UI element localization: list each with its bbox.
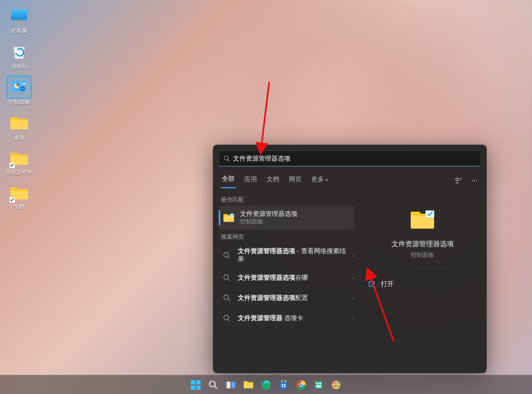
svg-point-28 (210, 381, 215, 387)
results-column: 最佳匹配 文件资源管理器选项 控制面板 搜索网页 (213, 188, 359, 373)
search-icon (221, 312, 232, 324)
svg-rect-27 (196, 385, 201, 390)
tab-apps[interactable]: 应用 (243, 173, 258, 188)
chevron-down-icon: ▾ (326, 178, 328, 182)
account-icon[interactable] (454, 177, 463, 185)
tab-more-label: 更多 (311, 176, 324, 182)
open-icon (368, 281, 376, 288)
desktop-icon-label: 文档 (14, 204, 24, 209)
svg-rect-2 (16, 21, 22, 22)
folder-options-icon (410, 209, 435, 232)
svg-line-13 (228, 257, 230, 259)
svg-rect-26 (191, 385, 195, 390)
best-match-result[interactable]: 文件资源管理器选项 控制面板 (219, 206, 354, 230)
svg-rect-37 (284, 385, 286, 387)
svg-line-19 (228, 320, 230, 322)
web-result-title: 文件资源管理器 选项卡 (238, 314, 347, 322)
search-icon (221, 249, 232, 261)
search-tabs: 全部 应用 文档 网页 更多 ▾ ⋯ (213, 173, 486, 188)
start-search-panel: 全部 应用 文档 网页 更多 ▾ ⋯ 最佳匹配 (213, 145, 487, 373)
best-match-label: 最佳匹配 (217, 192, 359, 206)
svg-point-46 (334, 382, 335, 383)
chevron-right-icon: › (353, 275, 354, 281)
svg-rect-3 (14, 22, 24, 23)
folder-options-icon (223, 212, 235, 224)
tab-more[interactable]: 更多 ▾ (310, 173, 329, 188)
svg-rect-43 (319, 382, 321, 384)
divider (372, 269, 473, 269)
svg-rect-41 (315, 381, 322, 388)
svg-line-15 (228, 279, 230, 281)
svg-line-17 (228, 299, 230, 301)
search-icon (223, 155, 230, 162)
svg-point-16 (224, 295, 229, 300)
search-input[interactable] (233, 155, 476, 162)
paint-button[interactable] (329, 378, 343, 392)
file-explorer-button[interactable] (242, 378, 255, 392)
svg-point-8 (225, 156, 229, 161)
svg-rect-33 (280, 382, 287, 389)
web-results-label: 搜索网页 (217, 230, 359, 243)
desktop-icon-folder-system[interactable]: 系统文件夹 (4, 148, 34, 175)
web-result-title: 文件资源管理器选项在哪 (238, 274, 347, 282)
preview-title: 文件资源管理器选项 (392, 239, 454, 249)
svg-line-29 (215, 386, 218, 389)
web-result[interactable]: 文件资源管理器 选项卡 › (217, 308, 359, 328)
controlpanel-icon (7, 77, 31, 98)
svg-rect-24 (191, 380, 195, 384)
taskbar (0, 375, 532, 394)
desktop-icon-folder-docs[interactable]: 文档 (4, 182, 34, 209)
search-bar[interactable] (219, 150, 481, 166)
svg-point-40 (300, 383, 303, 386)
svg-rect-42 (317, 382, 319, 384)
desktop-icon-this-pc[interactable]: 此电脑 (4, 5, 34, 33)
web-result[interactable]: 文件资源管理器选项 - 查看网络搜索结果 › (217, 243, 359, 267)
tab-web[interactable]: 网页 (288, 173, 303, 188)
svg-point-45 (332, 381, 340, 389)
svg-point-18 (224, 315, 229, 320)
svg-line-22 (261, 82, 269, 152)
edge-button[interactable] (259, 378, 273, 392)
store-button[interactable] (277, 378, 290, 392)
svg-rect-44 (317, 385, 321, 387)
svg-rect-1 (11, 10, 27, 20)
web-result[interactable]: 文件资源管理器选项在哪 › (217, 267, 359, 288)
desktop-icon-recycle-bin[interactable]: 回收站 (4, 41, 34, 69)
svg-point-47 (337, 382, 338, 383)
shortcut-badge-icon (10, 197, 15, 203)
preview-subtitle: 控制面板 (411, 251, 434, 259)
svg-rect-31 (231, 381, 235, 388)
start-button[interactable] (189, 378, 203, 392)
desktop-icon-folder-desktop[interactable]: 桌面 (4, 112, 34, 140)
preview-column: 文件资源管理器选项 控制面板 打开 (359, 188, 486, 373)
desktop-icon-control-panel[interactable]: 控制面板 (4, 77, 34, 105)
shortcut-badge-icon (10, 163, 15, 168)
tab-docs[interactable]: 文档 (265, 173, 280, 188)
chrome-button[interactable] (294, 378, 308, 392)
app-button[interactable] (312, 378, 326, 392)
svg-point-10 (456, 178, 459, 180)
web-result[interactable]: 文件资源管理器选项配置 › (217, 288, 359, 308)
best-match-subtitle: 控制面板 (240, 218, 350, 225)
svg-rect-34 (281, 384, 283, 385)
svg-point-48 (337, 385, 339, 387)
open-action-label: 打开 (381, 280, 394, 289)
desktop-icon-label: 回收站 (11, 63, 27, 69)
desktop-icon-label: 系统文件夹 (6, 169, 32, 175)
chevron-right-icon: › (353, 315, 354, 321)
more-icon[interactable]: ⋯ (470, 177, 479, 185)
thispc-icon (7, 5, 31, 27)
tab-all[interactable]: 全部 (221, 173, 236, 188)
search-button[interactable] (206, 378, 220, 392)
desktop-icon-label: 控制面板 (9, 99, 30, 105)
recycle-icon (7, 41, 31, 62)
chevron-right-icon: › (353, 253, 354, 258)
open-action[interactable]: 打开 (366, 276, 479, 292)
svg-rect-36 (281, 385, 283, 387)
svg-line-9 (228, 160, 229, 161)
svg-rect-30 (227, 381, 230, 388)
svg-rect-35 (284, 384, 286, 385)
svg-point-14 (224, 275, 229, 280)
task-view-button[interactable] (224, 378, 238, 392)
svg-point-12 (224, 253, 229, 257)
